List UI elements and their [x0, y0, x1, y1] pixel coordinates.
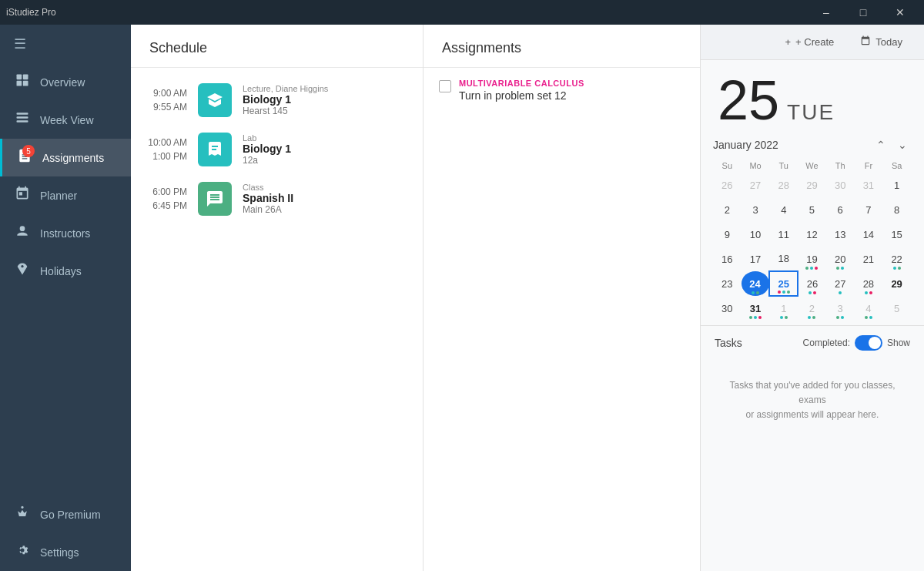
- menu-icon[interactable]: ☰: [0, 25, 131, 63]
- cal-day-0-4[interactable]: 30: [826, 173, 855, 197]
- sidebar-item-instructors[interactable]: Instructors: [0, 214, 131, 252]
- sidebar-instructors-label: Instructors: [40, 227, 90, 240]
- big-day-number: 25: [718, 72, 779, 128]
- class-name-2: Spanish II: [243, 192, 409, 204]
- sidebar-assignments-label: Assignments: [42, 152, 104, 164]
- cal-day-2-1[interactable]: 10: [742, 222, 770, 247]
- tasks-empty-message: Tasks that you've added for you classes,…: [715, 355, 910, 446]
- cal-day-3-6[interactable]: 22: [882, 247, 911, 271]
- cal-day-4-3[interactable]: 26: [798, 271, 826, 296]
- cal-day-0-0[interactable]: 26: [713, 173, 742, 197]
- cal-day-4-0[interactable]: 23: [713, 271, 742, 296]
- cal-day-0-6[interactable]: 1: [882, 173, 911, 197]
- cal-day-3-3[interactable]: 19: [798, 247, 826, 271]
- cal-day-0-3[interactable]: 29: [798, 173, 826, 197]
- cal-day-3-4[interactable]: 20: [826, 247, 855, 271]
- time-start-2: 6:00 PM: [145, 185, 187, 199]
- dow-th: Th: [826, 159, 855, 173]
- time-end-2: 6:45 PM: [145, 199, 187, 213]
- schedule-header: Schedule: [131, 25, 423, 68]
- completed-toggle[interactable]: [855, 335, 882, 351]
- schedule-item-2[interactable]: 6:00 PM 6:45 PM Class Spanish II Main 26…: [131, 174, 423, 223]
- show-label[interactable]: Show: [887, 338, 910, 348]
- cal-day-5-5[interactable]: 4: [855, 296, 883, 321]
- cal-day-1-2[interactable]: 4: [769, 197, 798, 222]
- cal-day-4-1[interactable]: 24: [742, 271, 770, 296]
- week-view-icon: [14, 110, 31, 129]
- cal-next-button[interactable]: ⌄: [893, 137, 912, 153]
- sidebar-planner-label: Planner: [40, 190, 77, 202]
- class-type-0: Lecture, Diane Higgins: [243, 84, 409, 93]
- cal-day-4-5[interactable]: 28: [855, 271, 883, 296]
- cal-day-1-4[interactable]: 6: [826, 197, 855, 222]
- sidebar-item-settings[interactable]: Settings: [0, 533, 131, 571]
- class-info-0: Lecture, Diane Higgins Biology 1 Hearst …: [243, 84, 409, 116]
- class-icon-2: [198, 182, 232, 216]
- sidebar-settings-label: Settings: [40, 546, 79, 559]
- cal-day-1-3[interactable]: 5: [798, 197, 826, 222]
- sidebar-item-overview[interactable]: Overview: [0, 63, 131, 101]
- cal-day-5-1[interactable]: 31: [742, 296, 770, 321]
- assignment-title-0: Turn in problem set 12: [459, 89, 584, 102]
- cal-day-1-5[interactable]: 7: [855, 197, 883, 222]
- sidebar-item-holidays[interactable]: Holidays: [0, 252, 131, 290]
- svg-rect-3: [23, 81, 28, 86]
- create-button[interactable]: + + Create: [777, 33, 842, 51]
- cal-day-2-3[interactable]: 12: [798, 222, 826, 247]
- cal-day-0-2[interactable]: 28: [769, 173, 798, 197]
- cal-day-2-2[interactable]: 11: [769, 222, 798, 247]
- instructors-icon: [14, 223, 31, 243]
- cal-day-2-4[interactable]: 13: [826, 222, 855, 247]
- cal-day-0-1[interactable]: 27: [742, 173, 770, 197]
- maximize-button[interactable]: □: [845, 0, 881, 25]
- cal-day-2-0[interactable]: 9: [713, 222, 742, 247]
- sidebar-item-assignments[interactable]: 5 Assignments: [0, 139, 131, 176]
- cal-day-5-6[interactable]: 5: [882, 296, 911, 321]
- titlebar: iStudiez Pro – □ ✕: [0, 0, 924, 25]
- cal-day-0-5[interactable]: 31: [855, 173, 883, 197]
- cal-day-5-3[interactable]: 2: [798, 296, 826, 321]
- dow-we: We: [798, 159, 826, 173]
- assignments-badge: 5: [22, 145, 35, 157]
- today-icon: [860, 35, 871, 49]
- class-icon-0: [198, 83, 232, 117]
- cal-day-2-6[interactable]: 15: [882, 222, 911, 247]
- cal-day-5-0[interactable]: 30: [713, 296, 742, 321]
- sidebar-item-planner[interactable]: Planner: [0, 176, 131, 214]
- schedule-item-0[interactable]: 9:00 AM 9:55 AM Lecture, Diane Higgins B…: [131, 76, 423, 125]
- cal-day-1-6[interactable]: 8: [882, 197, 911, 222]
- settings-icon: [14, 542, 31, 562]
- cal-day-4-6[interactable]: 29: [882, 271, 911, 296]
- cal-day-5-2[interactable]: 1: [769, 296, 798, 321]
- time-start-1: 10:00 AM: [145, 136, 187, 149]
- class-type-1: Lab: [243, 133, 409, 143]
- calendar-toolbar: + + Create Today: [701, 25, 924, 60]
- time-end-1: 1:00 PM: [145, 149, 187, 163]
- cal-day-5-4[interactable]: 3: [826, 296, 855, 321]
- time-col-1: 10:00 AM 1:00 PM: [145, 136, 187, 163]
- minimize-button[interactable]: –: [808, 0, 844, 25]
- cal-day-3-5[interactable]: 21: [855, 247, 883, 271]
- assignment-checkbox-0[interactable]: [439, 80, 451, 92]
- cal-day-3-1[interactable]: 17: [742, 247, 770, 271]
- cal-day-1-0[interactable]: 2: [713, 197, 742, 222]
- assignment-item-0[interactable]: MULTIVARIABLE CALCULUS Turn in problem s…: [424, 68, 700, 113]
- cal-day-2-5[interactable]: 14: [855, 222, 883, 247]
- schedule-item-1[interactable]: 10:00 AM 1:00 PM Lab Biology 1 12a: [131, 125, 423, 174]
- class-location-1: 12a: [243, 155, 409, 166]
- sidebar-item-go-premium[interactable]: Go Premium: [0, 495, 131, 533]
- sidebar-item-week-view[interactable]: Week View: [0, 101, 131, 139]
- cal-month-label: January 2022: [713, 139, 778, 151]
- cal-day-4-4[interactable]: 27: [826, 271, 855, 296]
- cal-day-4-2[interactable]: 25: [769, 271, 798, 296]
- content-area: Schedule 9:00 AM 9:55 AM Lecture, Diane …: [131, 25, 924, 571]
- cal-day-1-1[interactable]: 3: [742, 197, 770, 222]
- today-button[interactable]: Today: [852, 32, 910, 52]
- app-title: iStudiez Pro: [6, 7, 56, 18]
- cal-prev-button[interactable]: ⌃: [872, 137, 890, 153]
- cal-day-3-0[interactable]: 16: [713, 247, 742, 271]
- cal-day-3-2[interactable]: 18: [769, 247, 798, 271]
- class-name-0: Biology 1: [243, 93, 409, 106]
- class-location-0: Hearst 145: [243, 106, 409, 116]
- close-button[interactable]: ✕: [882, 0, 918, 25]
